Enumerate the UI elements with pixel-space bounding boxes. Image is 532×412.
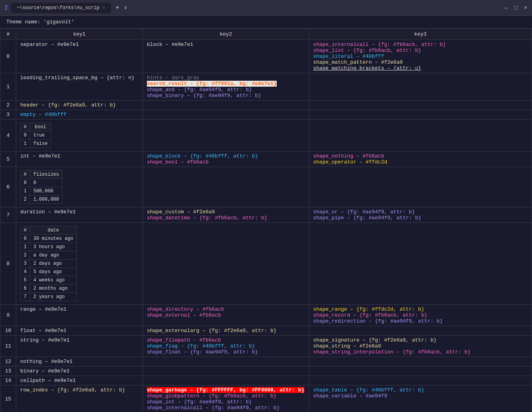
- list-item: 62 months ago: [21, 285, 77, 293]
- list-item: 1500,000: [21, 187, 63, 196]
- data-table: # key1 key2 key3 0separator – #e9e7e1blo…: [0, 28, 532, 412]
- tab-label: ~\source\repos\forks\nu_scrip: [17, 5, 99, 11]
- tab-close-icon[interactable]: ×: [103, 6, 105, 10]
- titlebar: Σ ~\source\repos\forks\nu_scrip × + ∨ — …: [0, 0, 532, 16]
- table-row: 5int – #e9e7e1shape_block – {fg: #40bfff…: [0, 152, 532, 167]
- table-row: 9range – #e9e7e1shape_directory – #fb6ac…: [0, 305, 532, 326]
- table-row: 4#bool0true1false: [0, 120, 532, 152]
- list-item: 00: [21, 179, 63, 187]
- col-header-num: #: [0, 29, 16, 40]
- list-item: 2a day ago: [21, 251, 77, 260]
- list-item: 32 days ago: [21, 260, 77, 268]
- tab-dropdown-icon[interactable]: ∨: [124, 5, 127, 11]
- list-item: 030 minutes ago: [21, 235, 77, 243]
- list-item: 45 days ago: [21, 268, 77, 276]
- list-item: 21,000,000: [21, 196, 63, 204]
- table-row: 6#filesizes001500,00021,000,000: [0, 167, 532, 207]
- window-controls: — □ ×: [505, 5, 527, 11]
- col-header-key1: key1: [16, 29, 143, 40]
- table-row: 2header – {fg: #f2e6a9, attr: b}: [0, 101, 532, 110]
- list-item: 1false: [21, 140, 51, 148]
- table-row: 1leading_trailing_space_bg – {attr: n}hi…: [0, 73, 532, 101]
- table-row: 14cellpath – #e9e7e1: [0, 376, 532, 385]
- inner-table: #date030 minutes ago13 hours ago2a day a…: [20, 226, 77, 301]
- minimize-button[interactable]: —: [505, 5, 508, 11]
- inner-table: #bool0true1false: [20, 123, 51, 148]
- list-item: 13 hours ago: [21, 243, 77, 251]
- table-row: 7duration – #e9e7e1shape_custom – #f2e6a…: [0, 207, 532, 223]
- table-row: 11string – #e9e7e1shape_filepath – #fb6a…: [0, 336, 532, 357]
- main-content: # key1 key2 key3 0separator – #e9e7e1blo…: [0, 28, 532, 412]
- table-row: 15row_index – {fg: #f2e6a9, attr: b}shap…: [0, 385, 532, 412]
- col-header-key3: key3: [309, 29, 532, 40]
- table-row: 12nothing – #e9e7e1: [0, 357, 532, 366]
- new-tab-button[interactable]: +: [114, 4, 121, 11]
- col-header-key2: key2: [143, 29, 309, 40]
- table-row: 3empty – #40bfff: [0, 110, 532, 120]
- list-item: 72 years ago: [21, 293, 77, 301]
- table-row: 8#date030 minutes ago13 hours ago2a day …: [0, 223, 532, 305]
- close-button[interactable]: ×: [524, 5, 527, 11]
- table-row: 10float – #e9e7e1shape_externalarg – {fg…: [0, 326, 532, 336]
- table-row: 13binary – #e9e7e1: [0, 366, 532, 376]
- terminal-icon: Σ: [5, 5, 8, 11]
- active-tab[interactable]: ~\source\repos\forks\nu_scrip ×: [11, 3, 110, 13]
- theme-line: Theme name: 'gigavolt': [0, 16, 532, 28]
- list-item: 0true: [21, 131, 51, 140]
- restore-button[interactable]: □: [514, 5, 517, 11]
- table-row: 0separator – #e9e7e1block – #e9e7e1shape…: [0, 40, 532, 73]
- inner-table: #filesizes001500,00021,000,000: [20, 170, 63, 204]
- list-item: 54 weeks ago: [21, 276, 77, 285]
